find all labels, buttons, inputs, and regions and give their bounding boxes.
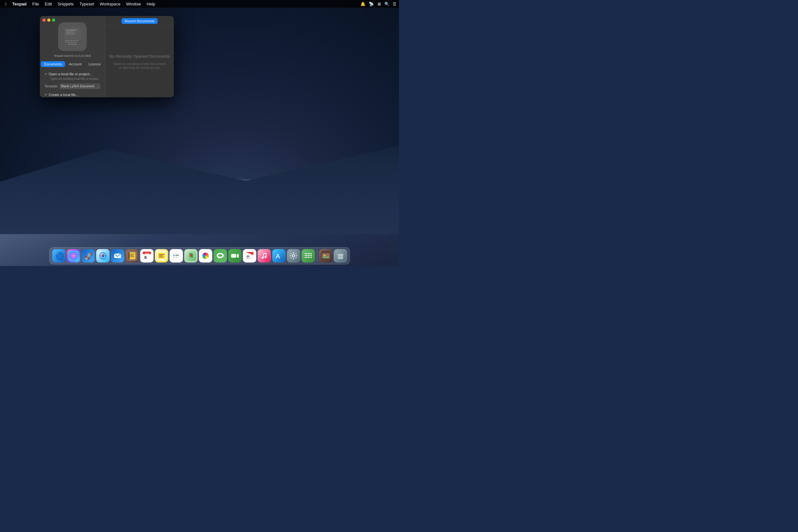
svg-rect-100 [342,255,342,258]
dock-icon-photo2[interactable] [319,249,332,263]
menu-workspace[interactable]: Workspace [97,1,123,7]
template-row: Template Blank LaTeX Document Article Bo… [45,83,100,89]
dialog-window: Texpad macOS v1.8.14 (493) Documents Acc… [40,16,174,97]
svg-rect-89 [311,253,311,258]
svg-rect-43 [159,255,163,256]
svg-rect-67 [259,251,269,261]
dock-icon-messages[interactable] [213,249,227,263]
dock-icon-maps[interactable] [184,249,197,263]
svg-rect-77 [290,255,291,256]
dock-icon-safari[interactable] [96,249,109,263]
svg-rect-64 [246,256,249,256]
open-action[interactable]: + Open a local file or project... Open a… [45,72,100,80]
open-action-header: + Open a local file or project... [45,72,100,76]
svg-text:6: 6 [144,255,147,260]
dock-icon-calendar[interactable]: JAN6 [140,249,153,263]
tab-account[interactable]: Account [66,61,85,67]
svg-rect-10 [65,42,68,43]
recent-docs-body: No Recently Opened Documents Start by cr… [105,26,174,97]
app-version: Texpad macOS v1.8.14 (493) [54,54,91,57]
minimize-button[interactable] [47,19,51,22]
template-select[interactable]: Blank LaTeX Document Article Book Letter… [60,83,100,89]
svg-point-57 [218,254,222,257]
traffic-lights [42,19,55,22]
menu-edit[interactable]: Edit [42,1,54,7]
dock-icon-sysprefs[interactable] [287,249,300,263]
dock-icon-reminders[interactable] [169,249,183,263]
svg-rect-65 [246,257,249,258]
menu-window[interactable]: Window [124,1,144,7]
svg-rect-48 [175,255,178,255]
menu-icon[interactable]: ☰ [393,2,396,6]
notification-icon[interactable]: 🔔 [360,2,365,6]
svg-rect-98 [338,255,339,258]
dock: 🔵 🚀 JAN6 N A [49,247,350,264]
menu-texpad[interactable]: Texpad [10,1,29,7]
dock-icon-music[interactable] [258,249,271,263]
svg-rect-5 [65,40,67,41]
recent-docs-button[interactable]: Recent Documents [121,18,158,24]
svg-point-47 [173,254,174,256]
svg-rect-14 [68,44,77,45]
dock-icon-trash[interactable] [334,249,347,263]
create-action-header: + Create a local file... [45,92,100,97]
dock-separator [317,250,317,262]
svg-rect-87 [306,253,306,258]
svg-rect-32 [130,254,134,254]
svg-point-74 [293,255,294,257]
svg-rect-33 [130,255,133,256]
svg-rect-50 [175,257,178,258]
svg-rect-75 [293,252,294,253]
svg-rect-12 [71,42,73,43]
dialog-right-panel: Recent Documents No Recently Opened Docu… [105,16,174,97]
tab-documents[interactable]: Documents [41,61,65,67]
svg-text:JAN: JAN [145,253,149,255]
dock-icon-finder[interactable]: 🔵 [52,249,65,263]
create-action[interactable]: + Create a local file... Create a single… [45,92,100,97]
dock-icon-launchpad[interactable]: 🚀 [81,249,95,263]
tab-licence[interactable]: Licence [86,61,104,67]
apple-menu[interactable]:  [3,2,9,6]
no-docs-title: No Recently Opened Documents [109,54,170,59]
svg-rect-11 [68,42,71,43]
open-action-subtitle: Open an existing local file or project. [45,77,100,80]
svg-rect-44 [159,257,163,258]
dock-icon-facetime[interactable] [228,249,242,263]
maximize-button[interactable] [52,19,55,22]
close-button[interactable] [42,19,45,22]
svg-rect-34 [130,256,134,257]
dialog-left-panel: Texpad macOS v1.8.14 (493) Documents Acc… [40,16,105,97]
svg-text:🚀: 🚀 [84,252,93,260]
create-action-title: Create a local file... [49,93,79,97]
dock-icon-notefile[interactable] [125,249,139,263]
svg-point-69 [264,256,266,258]
dock-icon-news[interactable]: N [243,249,256,263]
svg-text:🔵: 🔵 [55,252,64,260]
search-icon[interactable]: 🔍 [384,2,390,6]
svg-rect-66 [246,258,249,259]
tabs-row: Documents Account Licence [45,61,100,67]
menu-help[interactable]: Help [144,1,158,7]
open-plus-icon: + [45,72,47,76]
dock-icon-mail[interactable] [111,249,124,263]
menu-typeset[interactable]: Typeset [77,1,97,7]
svg-rect-59 [231,254,236,258]
svg-rect-3 [66,34,76,35]
dock-icon-siri[interactable] [66,249,80,263]
menu-snippets[interactable]: Snippets [55,1,77,7]
svg-rect-31 [129,252,135,259]
dock-icon-tableflip[interactable] [301,249,315,263]
svg-rect-99 [340,255,341,258]
airdrop-icon[interactable]: 📡 [369,2,374,6]
svg-rect-6 [68,40,70,41]
dock-icon-appstore[interactable]: A [272,249,285,263]
dock-icon-photos[interactable] [199,249,212,263]
display-icon[interactable]: 🖥 [377,2,381,6]
svg-rect-8 [73,40,76,41]
menu-file[interactable]: File [30,1,41,7]
svg-text:A: A [276,253,280,260]
dock-icon-notes[interactable] [155,249,168,263]
recent-docs-header: Recent Documents [105,16,174,26]
app-icon-wrapper [58,22,87,51]
svg-rect-13 [74,42,76,43]
